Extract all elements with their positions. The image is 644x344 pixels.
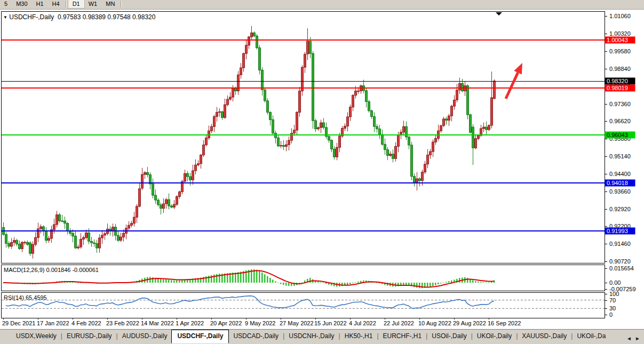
candle xyxy=(85,233,88,238)
timeframe-button-5[interactable]: 5 xyxy=(0,0,12,8)
candle xyxy=(486,127,488,130)
svg-text:0.94400: 0.94400 xyxy=(609,171,631,177)
candle xyxy=(197,164,200,165)
tab-usdcnh-daily[interactable]: USDCNH-,Daily xyxy=(284,330,338,343)
candle xyxy=(272,119,274,133)
candle xyxy=(136,206,138,217)
candle xyxy=(93,243,96,243)
candle xyxy=(357,91,360,91)
timeframe-button-h1[interactable]: H1 xyxy=(32,0,48,8)
candle xyxy=(387,150,389,156)
candle xyxy=(229,97,232,99)
tab-audusd-daily[interactable]: AUDUSD-,Daily xyxy=(118,330,172,343)
tab-usdx-weekly[interactable]: USDX,Weekly xyxy=(12,330,61,343)
svg-text:0.97360: 0.97360 xyxy=(609,101,631,107)
toolbar-separator xyxy=(66,1,67,7)
svg-text:0.92920: 0.92920 xyxy=(609,206,631,212)
chart-canvas[interactable]: 1.010601.003200.995800.988400.981000.973… xyxy=(0,9,644,329)
tab-scroll-right-icon[interactable]: ► xyxy=(633,335,642,341)
candle xyxy=(315,121,317,129)
candle xyxy=(309,41,312,53)
candle xyxy=(91,241,93,243)
candle xyxy=(211,126,213,131)
candle xyxy=(432,142,434,151)
candle xyxy=(488,125,490,130)
candle xyxy=(104,234,106,235)
trend-arrow-head[interactable] xyxy=(514,63,522,75)
candle xyxy=(163,204,165,209)
candle xyxy=(494,81,496,99)
chart-shift-marker-icon[interactable] xyxy=(496,12,502,15)
candle xyxy=(245,45,248,54)
tab-ukoil-da[interactable]: UKOil-,Da xyxy=(573,330,610,343)
svg-text:0.96043: 0.96043 xyxy=(607,132,628,138)
candle xyxy=(72,233,74,236)
tab-hk50-h1[interactable]: HK50-,H1 xyxy=(340,330,377,343)
candle xyxy=(152,184,154,195)
tab-eurusd-daily[interactable]: EURUSD-,Daily xyxy=(62,330,116,343)
svg-text:0.91993: 0.91993 xyxy=(607,228,628,234)
candle xyxy=(243,53,245,68)
tab-usdcad-daily[interactable]: USDCAD-,Daily xyxy=(229,330,283,343)
tab-eurchf-h1[interactable]: EURCHF-,H1 xyxy=(379,330,426,343)
candle xyxy=(427,155,429,164)
svg-text:0.90720: 0.90720 xyxy=(609,258,631,265)
candle xyxy=(435,139,437,142)
pane-border xyxy=(2,12,605,263)
candle xyxy=(451,106,453,116)
candle xyxy=(80,239,82,247)
candle xyxy=(179,192,181,197)
candle xyxy=(176,197,178,205)
candle xyxy=(216,113,218,117)
timeframe-toolbar: 5M30H1H4D1W1MN xyxy=(0,0,644,10)
candle xyxy=(96,244,98,248)
timeframe-button-w1[interactable]: W1 xyxy=(84,0,102,8)
candle xyxy=(117,235,120,241)
candle xyxy=(277,138,280,146)
tab-usoil-daily[interactable]: USOil-,Daily xyxy=(427,330,471,343)
toolbar-separator xyxy=(121,1,122,7)
tab-ukoil-daily[interactable]: UKOil-,Daily xyxy=(473,330,516,343)
candle xyxy=(365,91,368,102)
tab-usdchf-daily[interactable]: USDCHF-,Daily xyxy=(171,330,229,343)
candle xyxy=(19,244,21,249)
timeframe-button-h4[interactable]: H4 xyxy=(48,0,64,8)
candle xyxy=(37,229,39,237)
date-axis-label: 10 Aug 2022 xyxy=(418,320,451,326)
svg-text:0.96620: 0.96620 xyxy=(609,118,631,124)
candle xyxy=(205,138,208,145)
rsi-line xyxy=(6,296,494,308)
candle xyxy=(59,215,61,221)
candle xyxy=(267,101,269,113)
symbol-tab-bar: USDX,Weekly|EURUSD-,Daily|AUDUSD-,DailyU… xyxy=(0,329,644,344)
candle xyxy=(61,221,63,221)
candle xyxy=(8,243,10,246)
candle xyxy=(291,133,293,140)
candle xyxy=(317,127,320,129)
macd-indicator-label: MACD(12,26,9) 0.001846 -0.000061 xyxy=(4,267,99,273)
candle xyxy=(440,126,442,131)
macd-name: MACD(12,26,9) xyxy=(4,267,44,273)
date-axis-label: 20 Apr 2022 xyxy=(210,320,242,326)
svg-text:0.00: 0.00 xyxy=(609,279,621,286)
svg-text:1.00043: 1.00043 xyxy=(607,37,628,43)
date-axis-label: 15 Jun 2022 xyxy=(314,320,347,326)
svg-text:1.00320: 1.00320 xyxy=(609,30,631,37)
svg-text:0: 0 xyxy=(609,311,613,318)
candle xyxy=(35,237,37,244)
candle xyxy=(21,242,23,249)
timeframe-button-d1[interactable]: D1 xyxy=(68,0,84,8)
candle xyxy=(160,205,162,209)
trend-arrow-shaft[interactable] xyxy=(506,73,518,99)
symbol-dropdown-icon[interactable]: ▼ xyxy=(3,15,7,20)
candle xyxy=(312,53,314,121)
candle xyxy=(323,123,325,127)
timeframe-button-mn[interactable]: MN xyxy=(101,0,119,8)
date-axis-label: 17 Jan 2022 xyxy=(37,320,69,326)
tab-scroll-left-icon[interactable]: ◄ xyxy=(625,335,633,341)
tab-xauusd-daily[interactable]: XAUUSD-,Daily xyxy=(518,330,571,343)
timeframe-button-m30[interactable]: M30 xyxy=(12,0,31,8)
candle xyxy=(264,90,266,101)
candle xyxy=(27,242,29,244)
svg-text:0.91460: 0.91460 xyxy=(609,241,631,247)
